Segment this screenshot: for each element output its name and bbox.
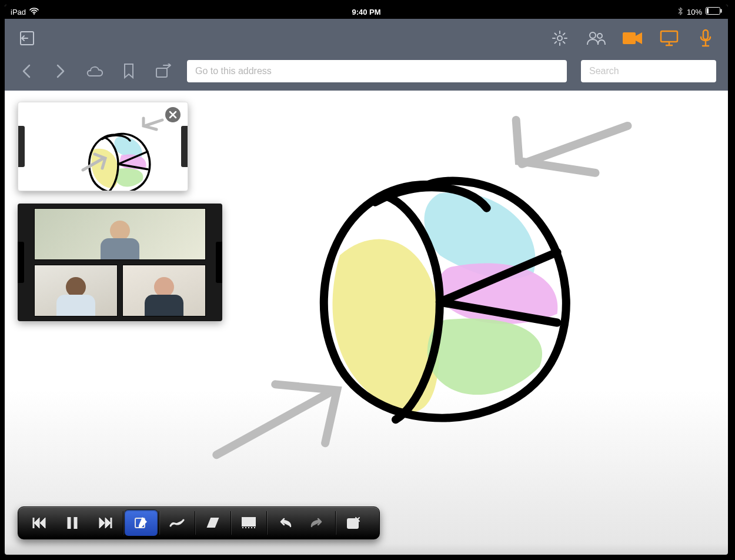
whiteboard-thumb-panel[interactable] xyxy=(18,102,188,191)
freehand-tool-button[interactable] xyxy=(161,510,193,536)
separator xyxy=(266,511,267,535)
nav-row xyxy=(5,58,728,91)
clock: 9:40 PM xyxy=(352,8,380,16)
bottom-toolbar xyxy=(18,506,380,539)
close-thumb-button[interactable] xyxy=(165,107,181,122)
panel-handle-left[interactable] xyxy=(18,242,24,283)
battery-text: 10% xyxy=(687,8,702,16)
video-feed[interactable] xyxy=(34,265,118,316)
address-input[interactable] xyxy=(187,60,567,82)
bluetooth-icon xyxy=(677,7,683,17)
video-grid xyxy=(34,208,206,316)
skip-back-button[interactable] xyxy=(23,510,56,536)
wifi-icon xyxy=(29,8,39,16)
svg-rect-9 xyxy=(661,31,677,42)
redo-button[interactable] xyxy=(301,510,334,536)
app-screen: iPad 9:40 PM 10% xyxy=(5,5,728,555)
separator xyxy=(230,511,231,535)
video-panel[interactable] xyxy=(18,204,222,321)
video-feed[interactable] xyxy=(34,208,206,260)
forward-button[interactable] xyxy=(51,61,71,81)
share-icon[interactable] xyxy=(153,61,173,81)
separator xyxy=(159,511,159,535)
svg-rect-15 xyxy=(242,518,255,526)
participants-icon[interactable] xyxy=(586,28,607,49)
bookmark-icon[interactable] xyxy=(119,61,139,81)
microphone-icon[interactable] xyxy=(695,28,716,49)
svg-rect-10 xyxy=(703,30,708,39)
status-bar: iPad 9:40 PM 10% xyxy=(5,5,728,19)
svg-rect-8 xyxy=(623,32,636,44)
separator xyxy=(335,511,336,535)
svg-point-6 xyxy=(590,32,596,38)
battery-icon xyxy=(706,7,722,16)
back-button[interactable] xyxy=(16,61,36,81)
svg-rect-13 xyxy=(74,517,77,529)
undo-button[interactable] xyxy=(268,510,301,536)
video-feed[interactable] xyxy=(122,265,206,316)
thumb-drawing xyxy=(18,102,188,191)
top-toolbar xyxy=(5,19,728,58)
gear-icon[interactable] xyxy=(549,28,570,49)
whiteboard-button[interactable] xyxy=(232,510,265,536)
svg-rect-3 xyxy=(707,8,709,14)
svg-rect-2 xyxy=(721,9,722,13)
svg-rect-11 xyxy=(156,68,167,77)
video-icon[interactable] xyxy=(622,28,643,49)
device-label: iPad xyxy=(11,8,26,16)
separator xyxy=(123,511,123,535)
eraser-button[interactable] xyxy=(196,510,229,536)
svg-point-0 xyxy=(34,13,35,14)
svg-point-7 xyxy=(597,34,602,38)
skip-forward-button[interactable] xyxy=(89,510,122,536)
cloud-icon[interactable] xyxy=(85,61,105,81)
screenshare-icon[interactable] xyxy=(659,28,680,49)
search-input[interactable] xyxy=(581,60,716,82)
panel-handle-left[interactable] xyxy=(18,126,25,167)
panel-handle-right[interactable] xyxy=(181,126,188,167)
svg-rect-12 xyxy=(68,517,71,529)
panel-handle-right[interactable] xyxy=(216,242,222,283)
pause-button[interactable] xyxy=(56,510,89,536)
annotate-button[interactable] xyxy=(125,510,158,536)
separator xyxy=(195,511,195,535)
svg-point-5 xyxy=(557,36,562,41)
clear-button[interactable] xyxy=(337,510,370,536)
exit-button[interactable] xyxy=(16,28,38,49)
